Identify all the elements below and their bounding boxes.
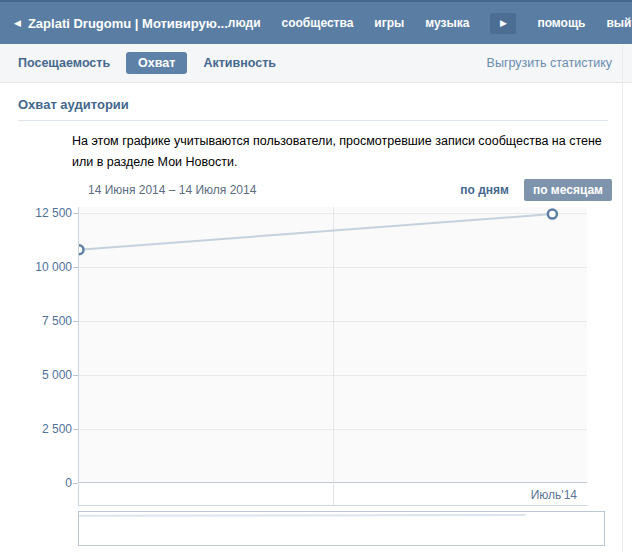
y-tick-label: 7 500 <box>0 314 72 328</box>
time-range-selector[interactable] <box>78 511 605 546</box>
nav-item-communities[interactable]: сообщества <box>282 16 354 30</box>
top-nav-links: люди сообщества игры музыка ▶ помощь вый… <box>228 13 632 34</box>
nav-item-games[interactable]: игры <box>374 16 404 30</box>
community-back-link[interactable]: ◀ Zaplati Drugomu | Мотивирую... <box>14 16 228 31</box>
y-tick-label: 10 000 <box>0 260 72 274</box>
x-axis-band: Июль'14 <box>78 484 587 506</box>
back-icon: ◀ <box>14 19 21 28</box>
tab-reach[interactable]: Охват <box>126 52 187 74</box>
y-tick-label: 12 500 <box>0 206 72 220</box>
y-tick-label: 0 <box>0 476 72 490</box>
nav-more-button[interactable]: ▶ <box>490 13 516 34</box>
community-title: Zaplati Drugomu | Мотивирую... <box>28 16 228 31</box>
chevron-right-icon: ▶ <box>500 19 507 28</box>
page-edge-divider <box>622 44 623 552</box>
vk-statistics-page: ◀ Zaplati Drugomu | Мотивирую... люди со… <box>0 0 632 552</box>
nav-item-help[interactable]: помощь <box>537 16 585 30</box>
reach-line-series <box>79 207 588 483</box>
range-preview-line <box>79 512 604 545</box>
export-statistics-link[interactable]: Выгрузить статистику <box>487 56 612 70</box>
tab-visitors[interactable]: Посещаемость <box>18 56 110 70</box>
nav-item-people[interactable]: люди <box>228 16 261 30</box>
month-boundary-gridline <box>333 484 334 505</box>
by-days-link[interactable]: по дням <box>460 183 509 197</box>
nav-item-music[interactable]: музыка <box>425 16 469 30</box>
x-tick-label: Июль'14 <box>531 488 577 502</box>
chart-description: На этом графике учитываются пользователи… <box>72 131 612 173</box>
y-tick-label: 2 500 <box>0 422 72 436</box>
date-range-label: 14 Июня 2014 – 14 Июля 2014 <box>88 183 256 197</box>
top-nav: ◀ Zaplati Drugomu | Мотивирую... люди со… <box>0 0 632 44</box>
by-months-button[interactable]: по месяцам <box>524 179 612 201</box>
nav-item-logout[interactable]: выйти <box>606 16 632 30</box>
tab-activity[interactable]: Активность <box>203 56 276 70</box>
page-title: Охват аудитории <box>18 97 608 121</box>
stats-tabbar: Посещаемость Охват Активность Выгрузить … <box>0 44 632 83</box>
y-tick-label: 5 000 <box>0 368 72 382</box>
reach-chart-plot <box>78 207 587 483</box>
chart-mode-controls: по дням по месяцам <box>460 179 612 201</box>
